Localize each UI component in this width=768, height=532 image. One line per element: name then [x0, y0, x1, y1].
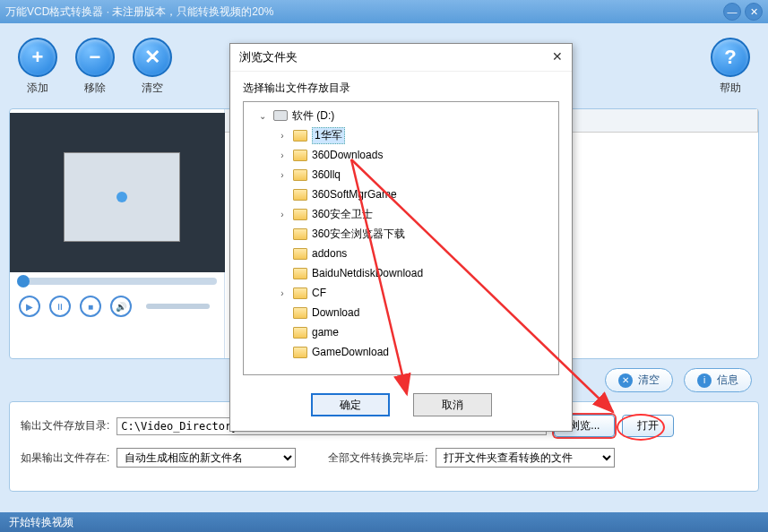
help-label: 帮助: [720, 81, 741, 96]
tree-item[interactable]: Download: [244, 303, 558, 322]
folder-icon: [293, 209, 307, 220]
tree-item-label: GameDownload: [312, 346, 389, 358]
tree-item[interactable]: 360安全浏览器下载: [244, 224, 558, 244]
info-button[interactable]: i 信息: [684, 368, 752, 392]
minus-icon: −: [75, 38, 115, 77]
tree-item[interactable]: GameDownload: [244, 342, 558, 362]
x-icon: ✕: [133, 38, 172, 77]
browse-folder-dialog: 浏览文件夹 ✕ 选择输出文件存放目录 ⌄软件 (D:)›1华军›360Downl…: [229, 43, 573, 432]
tree-item-label: Download: [312, 306, 359, 319]
add-label: 添加: [27, 81, 48, 96]
status-text: 开始转换视频: [9, 516, 73, 528]
folder-icon: [293, 268, 307, 279]
ok-button[interactable]: 确定: [311, 393, 390, 416]
output-dir-label: 输出文件存放目录:: [21, 418, 109, 433]
dialog-close-button[interactable]: ✕: [552, 49, 563, 65]
info-icon: i: [697, 373, 712, 388]
cancel-button[interactable]: 取消: [413, 393, 492, 416]
folder-icon: [293, 130, 307, 142]
folder-tree[interactable]: ⌄软件 (D:)›1华军›360Downloads›360llq360SoftM…: [243, 101, 559, 375]
tree-item[interactable]: ›360安全卫士: [244, 204, 558, 224]
tree-item-label: 360Downloads: [312, 149, 383, 161]
volume-icon[interactable]: 🔊: [110, 296, 132, 317]
seek-thumb[interactable]: [17, 275, 30, 287]
spinner-icon: [116, 192, 127, 202]
exist-combo[interactable]: 自动生成相应的新文件名: [116, 448, 296, 468]
statusbar: 开始转换视频: [0, 512, 768, 532]
folder-icon: [293, 327, 307, 339]
seek-slider[interactable]: [17, 278, 217, 285]
close-button[interactable]: ✕: [745, 3, 763, 21]
titlebar: 万能VCD格式转换器 · 未注册版本，只能转换视频的20% — ✕: [0, 0, 768, 23]
tree-item-label: 360安全浏览器下载: [312, 227, 405, 242]
tree-item[interactable]: 360SoftMgrGame: [244, 184, 558, 204]
tree-item[interactable]: ›360Downloads: [244, 145, 558, 165]
folder-icon: [293, 169, 307, 181]
tree-item-label: BaiduNetdiskDownload: [312, 267, 423, 279]
preview-window: [64, 152, 180, 242]
dialog-titlebar: 浏览文件夹 ✕: [230, 44, 572, 72]
minimize-button[interactable]: —: [723, 3, 741, 21]
tree-item-label: 360SoftMgrGame: [312, 188, 397, 201]
folder-icon: [293, 347, 307, 358]
after-label: 全部文件转换完毕后:: [328, 450, 427, 466]
preview-area: ▶ ⏸ ■ 🔊: [10, 109, 225, 358]
play-button[interactable]: ▶: [19, 296, 40, 317]
tree-item[interactable]: ›360llq: [244, 165, 558, 184]
remove-label: 移除: [84, 81, 106, 96]
help-button[interactable]: ? 帮助: [711, 38, 750, 96]
question-icon: ?: [711, 38, 750, 77]
clear-list-button[interactable]: ✕ 清空: [605, 368, 673, 392]
remove-button[interactable]: − 移除: [75, 38, 115, 96]
tree-item[interactable]: ›CF: [244, 283, 558, 303]
folder-icon: [293, 228, 307, 240]
volume-slider[interactable]: [146, 304, 210, 309]
clear-button[interactable]: ✕ 清空: [133, 38, 172, 96]
app-title: 万能VCD格式转换器 · 未注册版本，只能转换视频的20%: [5, 4, 723, 20]
tree-item-label: 软件 (D:): [292, 108, 334, 124]
pause-button[interactable]: ⏸: [49, 296, 71, 317]
dialog-subtitle: 选择输出文件存放目录: [230, 72, 572, 101]
tree-item-label: addons: [312, 247, 347, 260]
tree-item-label: 360llq: [312, 168, 341, 181]
after-combo[interactable]: 打开文件夹查看转换的文件: [436, 448, 615, 468]
video-preview: [10, 113, 225, 272]
folder-icon: [293, 189, 307, 201]
tree-item-label: CF: [312, 287, 326, 299]
x-small-icon: ✕: [618, 373, 633, 388]
chevron-right-icon[interactable]: ›: [276, 150, 289, 160]
add-button[interactable]: + 添加: [18, 38, 57, 96]
chevron-down-icon[interactable]: ⌄: [256, 111, 269, 121]
folder-icon: [293, 150, 307, 161]
open-button[interactable]: 打开: [622, 415, 674, 437]
tree-item[interactable]: game: [244, 322, 558, 342]
exist-label: 如果输出文件存在:: [21, 450, 109, 466]
chevron-right-icon[interactable]: ›: [276, 170, 289, 180]
clear-list-label: 清空: [638, 373, 660, 388]
info-label: 信息: [717, 373, 738, 388]
chevron-right-icon[interactable]: ›: [276, 288, 289, 298]
tree-item-label: 1华军: [312, 127, 345, 144]
window-buttons: — ✕: [723, 3, 763, 21]
dialog-buttons: 确定 取消: [230, 384, 572, 431]
dialog-title: 浏览文件夹: [239, 49, 298, 65]
media-controls: ▶ ⏸ ■ 🔊: [10, 290, 224, 322]
tree-item-label: game: [312, 326, 339, 339]
folder-icon: [293, 307, 307, 319]
tree-item[interactable]: ⌄软件 (D:): [244, 106, 558, 125]
chevron-right-icon[interactable]: ›: [276, 210, 289, 219]
folder-icon: [293, 248, 307, 260]
folder-icon: [293, 287, 307, 299]
tree-item[interactable]: ›1华军: [244, 125, 558, 145]
tree-item[interactable]: addons: [244, 244, 558, 263]
clear-label: 清空: [142, 81, 163, 96]
tree-item[interactable]: BaiduNetdiskDownload: [244, 263, 558, 283]
plus-icon: +: [18, 38, 57, 77]
chevron-right-icon[interactable]: ›: [276, 131, 289, 141]
stop-button[interactable]: ■: [80, 296, 101, 317]
tree-item-label: 360安全卫士: [312, 207, 373, 222]
drive-icon: [273, 110, 288, 121]
